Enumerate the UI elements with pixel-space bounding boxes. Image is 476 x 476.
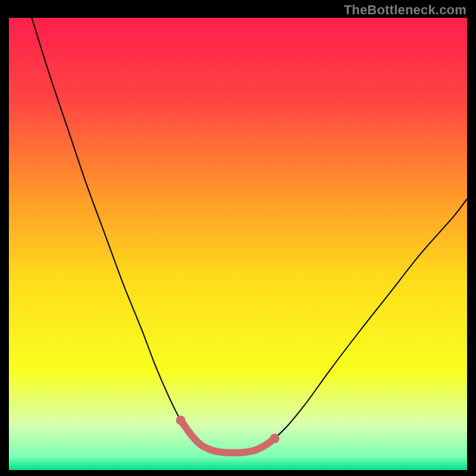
svg-point-1 [270, 434, 280, 443]
chart-frame: TheBottleneck.com [0, 0, 476, 476]
gradient-background [9, 18, 467, 470]
watermark-text: TheBottleneck.com [344, 2, 466, 18]
svg-point-0 [176, 415, 186, 425]
bottleneck-chart [9, 18, 467, 470]
plot-area [9, 18, 467, 470]
